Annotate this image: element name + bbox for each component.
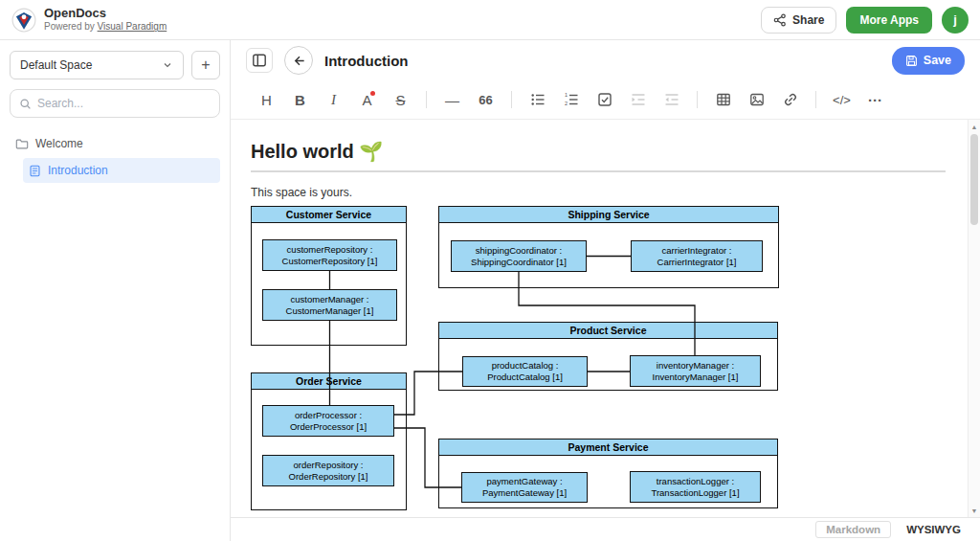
tree-item-introduction[interactable]: Introduction — [23, 158, 220, 183]
component-carrier-integrator: carrierIntegrator : CarrierIntegrator [1… — [631, 240, 763, 272]
save-label: Save — [924, 54, 951, 67]
component-payment-gateway: paymentGateway : PaymentGateway [1] — [461, 472, 588, 503]
scroll-down-arrow[interactable]: ▼ — [969, 505, 980, 516]
blockquote-glyph: 66 — [479, 93, 492, 107]
component-order-repository: orderRepository : OrderRepository [1] — [262, 455, 394, 486]
blockquote-button[interactable]: 66 — [469, 86, 502, 113]
add-page-button[interactable]: + — [191, 51, 220, 79]
toolbar-separator — [815, 91, 816, 108]
svg-text:1: 1 — [565, 92, 568, 98]
formatting-toolbar: H B I A S — 66 1 — [231, 80, 980, 120]
heading-divider — [251, 170, 946, 172]
space-selector[interactable]: Default Space — [10, 51, 184, 79]
more-apps-button[interactable]: More Apps — [846, 7, 932, 34]
brand-block: OpenDocs Powered by Visual Paradigm — [44, 7, 167, 32]
markdown-mode-button[interactable]: Markdown — [815, 521, 891, 538]
search-input[interactable] — [37, 97, 211, 110]
toggle-sidebar-button[interactable] — [246, 48, 273, 73]
numbered-list-icon: 1 2 — [564, 92, 579, 107]
image-button[interactable] — [740, 86, 773, 113]
indent-icon — [631, 92, 646, 107]
visual-paradigm-link[interactable]: Visual Paradigm — [98, 21, 167, 32]
numbered-list-button[interactable]: 1 2 — [554, 86, 588, 113]
component-transaction-logger: transactionLogger : TransactionLogger [1… — [630, 471, 761, 503]
main-panel: Introduction Save H B I A S — — [231, 40, 980, 541]
service-box-customer: Customer Service — [251, 206, 407, 346]
horizontal-rule-glyph: — — [445, 92, 459, 108]
service-box-order: Order Service — [251, 372, 407, 510]
editor-surface[interactable]: Hello world 🌱 This space is yours. Custo… — [231, 120, 980, 517]
component-product-catalog: productCatalog : ProductCatalog [1] — [462, 356, 588, 387]
horizontal-rule-button[interactable]: — — [435, 86, 469, 113]
more-options-button[interactable]: ··· — [858, 86, 892, 113]
arrow-left-icon — [292, 54, 306, 68]
table-button[interactable] — [706, 86, 740, 113]
strikethrough-glyph: S — [395, 92, 405, 108]
outdent-button[interactable] — [655, 86, 688, 113]
back-button[interactable] — [284, 46, 313, 75]
wysiwyg-mode-button[interactable]: WYSIWYG — [899, 522, 969, 537]
header-actions: Share More Apps j — [761, 7, 969, 34]
service-title: Shipping Service — [439, 207, 778, 223]
service-title: Product Service — [439, 323, 777, 339]
save-icon — [905, 55, 918, 67]
link-button[interactable] — [773, 86, 807, 113]
scrollbar-thumb[interactable] — [970, 134, 978, 225]
font-color-dot — [370, 91, 375, 96]
heading-button[interactable]: H — [250, 86, 283, 113]
page-tree: Welcome Introduction — [10, 131, 220, 183]
share-icon — [773, 13, 787, 27]
strikethrough-button[interactable]: S — [384, 86, 417, 113]
image-icon — [749, 92, 765, 107]
tree-folder-label: Welcome — [35, 137, 83, 150]
service-title: Customer Service — [252, 207, 406, 223]
share-label: Share — [792, 13, 824, 27]
page-titlebar: Introduction Save — [231, 40, 980, 80]
sidebar: Default Space + W — [0, 40, 231, 541]
font-color-button[interactable]: A — [350, 86, 384, 113]
component-order-processor: orderProcessor : OrderProcessor [1] — [262, 405, 394, 437]
folder-icon — [15, 137, 29, 150]
bold-button[interactable]: B — [283, 86, 317, 113]
powered-by-text: Powered by Visual Paradigm — [44, 21, 167, 33]
document-icon — [29, 165, 41, 177]
component-customer-manager: customerManager : CustomerManager [1] — [262, 289, 397, 321]
link-icon — [783, 92, 798, 107]
bullet-list-icon — [530, 92, 546, 107]
component-customer-repository: customerRepository : CustomerRepository … — [262, 239, 397, 271]
tree-folder-welcome[interactable]: Welcome — [10, 131, 220, 156]
search-box — [10, 89, 220, 118]
scroll-up-arrow[interactable]: ▲ — [969, 121, 980, 132]
page-title: Introduction — [324, 53, 408, 69]
indent-button[interactable] — [621, 86, 655, 113]
toolbar-separator — [426, 91, 427, 108]
italic-button[interactable]: I — [317, 86, 350, 113]
table-icon — [716, 92, 731, 107]
chevron-down-icon — [162, 59, 173, 71]
document-paragraph[interactable]: This space is yours. — [251, 186, 947, 199]
code-button[interactable]: </> — [825, 86, 858, 113]
checklist-button[interactable] — [588, 86, 621, 113]
toolbar-separator — [697, 91, 698, 108]
app-header: OpenDocs Powered by Visual Paradigm Shar… — [0, 0, 980, 40]
checklist-icon — [597, 92, 612, 107]
component-shipping-coordinator: shippingCoordinator : ShippingCoordinato… — [451, 240, 587, 272]
svg-text:2: 2 — [565, 101, 568, 106]
outdent-icon — [664, 92, 679, 107]
editor-mode-bar: Markdown WYSIWYG — [231, 517, 980, 541]
italic-glyph: I — [331, 92, 336, 108]
uml-diagram[interactable]: Customer Service Shipping Service Produc… — [251, 206, 783, 514]
tree-item-label: Introduction — [48, 164, 108, 177]
vertical-scrollbar[interactable]: ▲ ▼ — [968, 120, 980, 517]
search-icon — [19, 98, 32, 110]
service-title: Payment Service — [439, 440, 777, 456]
more-glyph: ··· — [868, 92, 882, 108]
document-heading[interactable]: Hello world 🌱 — [251, 139, 947, 164]
share-button[interactable]: Share — [761, 7, 836, 34]
opendocs-app: OpenDocs Powered by Visual Paradigm Shar… — [0, 0, 980, 541]
save-button[interactable]: Save — [892, 47, 965, 75]
space-selector-value: Default Space — [20, 58, 92, 72]
service-title: Order Service — [252, 373, 406, 390]
bullet-list-button[interactable] — [521, 86, 554, 113]
user-avatar[interactable]: j — [942, 7, 969, 34]
